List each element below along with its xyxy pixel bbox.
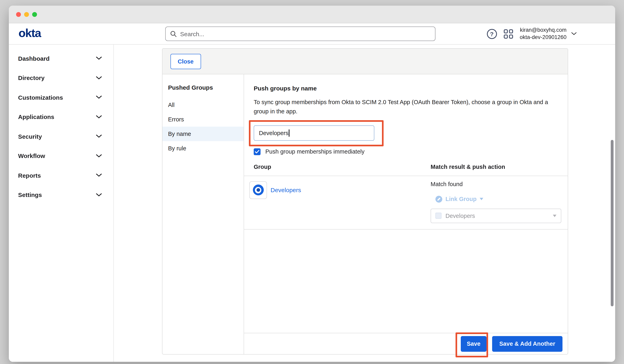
check-icon (255, 150, 259, 154)
panel-description: To sync group memberships from Okta to S… (254, 98, 555, 117)
chevron-down-icon (571, 32, 576, 35)
sidebar-item-label: Settings (18, 192, 42, 198)
table-row: Developers Match found Link Group (244, 176, 568, 230)
dropdown-caret-icon (480, 198, 484, 200)
push-immediately-label: Push group memberships immediately (265, 149, 364, 155)
header-right-cluster: ? kiran@boxyhq.com okta-dev-20901260 (487, 23, 576, 44)
column-header-match: Match result & push action (431, 164, 505, 170)
push-immediately-checkbox[interactable] (254, 148, 260, 155)
sidebar-item-label: Reports (18, 172, 41, 179)
match-status: Match found (431, 181, 561, 187)
sidebar: Dashboard Directory Customizations Appli… (9, 45, 114, 362)
chevron-down-icon (96, 193, 102, 197)
sidebar-item-workflow[interactable]: Workflow (9, 146, 113, 166)
chevron-down-icon (96, 135, 102, 138)
target-group-select[interactable]: Developers (431, 209, 561, 223)
chevron-down-icon (96, 115, 102, 119)
select-caret-icon (553, 215, 556, 217)
column-header-group: Group (254, 164, 271, 170)
main-content: Close Pushed Groups All Errors By name B… (114, 45, 615, 362)
push-by-name-panel: Push groups by name To sync group member… (244, 74, 568, 354)
group-avatar-icon (249, 181, 267, 199)
chevron-down-icon (96, 174, 102, 177)
global-search[interactable] (165, 26, 435, 41)
body-row: Dashboard Directory Customizations Appli… (9, 45, 615, 362)
app-window: okta ? kiran@boxyhq.com okta-dev-2090126… (9, 6, 615, 362)
group-placeholder-icon (435, 213, 442, 219)
sidebar-item-label: Security (18, 133, 42, 140)
account-menu[interactable]: kiran@boxyhq.com okta-dev-20901260 (520, 26, 576, 41)
pushed-groups-card: Close Pushed Groups All Errors By name B… (162, 48, 568, 355)
group-name-link[interactable]: Developers (271, 187, 301, 194)
sidebar-item-label: Customizations (18, 94, 63, 101)
push-immediately-row: Push group memberships immediately (254, 148, 558, 155)
account-text: kiran@boxyhq.com okta-dev-20901260 (520, 26, 567, 41)
group-input-value: Developers (259, 130, 288, 136)
pushed-groups-nav: Pushed Groups All Errors By name By rule (162, 74, 244, 354)
save-button[interactable]: Save (461, 336, 487, 352)
group-name-input[interactable]: Developers (254, 126, 374, 141)
vertical-scrollbar-thumb[interactable] (611, 140, 614, 306)
search-icon (170, 30, 177, 37)
help-icon[interactable]: ? (487, 29, 497, 39)
chevron-down-icon (96, 76, 102, 79)
apps-grid-icon[interactable] (504, 29, 513, 38)
nav-item-by-name[interactable]: By name (162, 127, 244, 141)
save-add-another-button[interactable]: Save & Add Another (492, 336, 563, 352)
card-toolbar: Close (162, 49, 568, 74)
group-cell: Developers (249, 181, 301, 199)
sidebar-item-label: Workflow (18, 153, 45, 159)
window-minimize-button[interactable] (24, 12, 29, 17)
window-zoom-button[interactable] (32, 12, 37, 17)
sidebar-item-reports[interactable]: Reports (9, 166, 113, 185)
sidebar-item-applications[interactable]: Applications (9, 107, 113, 127)
account-org: okta-dev-20901260 (520, 34, 567, 41)
search-input[interactable] (180, 30, 431, 37)
window-titlebar (9, 6, 615, 23)
save-button-wrap: Save (461, 336, 487, 352)
viewport: okta ? kiran@boxyhq.com okta-dev-2090126… (0, 0, 624, 364)
pushed-groups-title: Pushed Groups (162, 80, 244, 98)
account-email: kiran@boxyhq.com (520, 26, 567, 34)
match-cell: Match found Link Group (431, 181, 561, 223)
match-table-header: Group Match result & push action (244, 162, 568, 176)
text-caret (289, 130, 289, 137)
panel-footer: Save Save & Add Another (244, 333, 568, 354)
sidebar-item-security[interactable]: Security (9, 127, 113, 146)
sidebar-item-label: Applications (18, 114, 54, 120)
nav-item-errors[interactable]: Errors (162, 112, 244, 127)
panel-spacer (244, 230, 568, 333)
sidebar-item-label: Dashboard (18, 55, 50, 62)
window-close-button[interactable] (16, 12, 21, 17)
link-icon (435, 196, 442, 203)
okta-logo: okta (19, 27, 41, 39)
chevron-down-icon (96, 57, 102, 60)
sidebar-item-directory[interactable]: Directory (9, 68, 113, 88)
card-body: Pushed Groups All Errors By name By rule… (162, 74, 568, 354)
target-group-value: Developers (445, 213, 475, 219)
chevron-down-icon (96, 96, 102, 99)
sidebar-item-settings[interactable]: Settings (9, 185, 113, 205)
panel-title: Push groups by name (254, 85, 558, 92)
sidebar-item-customizations[interactable]: Customizations (9, 88, 113, 107)
close-button[interactable]: Close (170, 54, 201, 69)
link-group-dropdown[interactable]: Link Group (435, 196, 561, 203)
nav-item-by-rule[interactable]: By rule (162, 141, 244, 156)
sidebar-item-dashboard[interactable]: Dashboard (9, 49, 113, 68)
app-header: okta ? kiran@boxyhq.com okta-dev-2090126… (9, 23, 615, 45)
nav-item-all[interactable]: All (162, 98, 244, 112)
group-input-wrap: Developers (254, 126, 374, 141)
link-group-label: Link Group (445, 196, 477, 202)
chevron-down-icon (96, 154, 102, 157)
sidebar-item-label: Directory (18, 75, 45, 81)
